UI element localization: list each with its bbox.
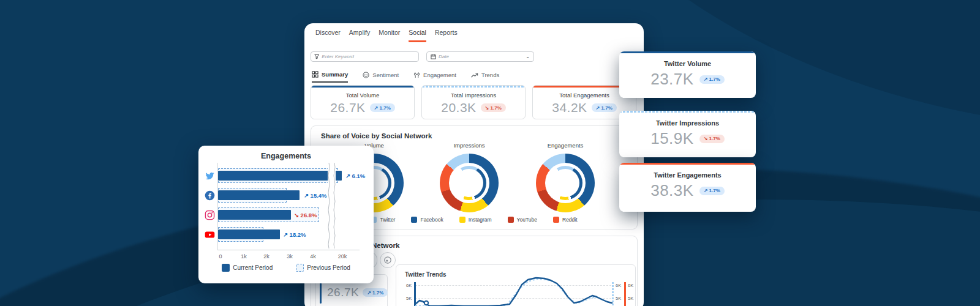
keyword-search-field[interactable] [311,51,419,62]
trend-up-icon: ↗ [374,105,379,111]
change-badge: ↗ 1.7% [363,288,388,297]
legend-current-period[interactable]: Current Period [222,264,273,272]
youtube-icon [205,230,215,240]
trends-line-chart [396,265,636,306]
card-accent-bar [619,111,756,113]
legend-instagram[interactable]: Instagram [459,217,492,223]
current-period-bar [218,230,280,239]
total-impressions-card: Total Impressions 20.3K ↘ 1.7% [421,85,526,119]
keyword-input[interactable] [322,54,415,59]
grid-icon [312,71,318,78]
metric-title: Twitter Volume [619,60,756,67]
legend-youtube[interactable]: YouTube [508,217,537,223]
date-label: Date [439,54,523,59]
change-label: ↗ 15.4% [304,192,327,199]
calendar-icon [431,54,436,59]
chevron-down-icon: ⌄ [526,54,530,59]
metric-title: Total Impressions [422,92,525,99]
legend-swatch [222,264,230,272]
metric-value: 23.7K [650,70,693,89]
legend-previous-period[interactable]: Previous Period [296,264,350,272]
x-axis-tick: 20k [335,253,350,259]
metric-value: 34.2K [552,100,587,115]
tab-sentiment-label: Sentiment [372,72,399,78]
nav-tab-amplify[interactable]: Amplify [349,29,370,42]
tab-trends[interactable]: Trends [471,71,499,83]
trend-up-icon: ↗ [283,231,288,238]
legend-swatch [553,217,559,223]
engagement-icon [413,72,420,78]
trend-up-icon: ↗ [596,105,600,111]
tab-sentiment[interactable]: Sentiment [363,71,399,83]
change-value: 15.4% [311,192,327,199]
change-badge: ↗ 1.7% [699,187,725,195]
metric-title: Twitter Engagements [619,171,756,179]
impressions-donut-group: Impressions [429,142,509,212]
change-label: ↗ 6.1% [345,173,365,179]
metric-title: Twitter Impressions [619,119,756,127]
tab-summary[interactable]: Summary [312,71,348,83]
x-axis-tick: 3k [282,253,297,259]
tab-engagement-label: Engagement [423,72,456,78]
change-label: ↗ 18.2% [283,231,306,238]
legend-label: Reddit [562,217,578,223]
metric-value: 38.3K [650,181,693,200]
nav-tab-social[interactable]: Social [409,29,426,42]
card-accent-bar [619,163,756,165]
panel-title: Share of Voice by Social Network [321,132,432,140]
change-value: 1.7% [380,105,391,111]
card-accent-bar [311,86,414,88]
tab-summary-label: Summary [322,71,348,78]
card-accent-bar [619,51,756,53]
trend-up-icon: ↗ [704,76,708,82]
card-accent-bar [320,283,322,304]
legend-twitter[interactable]: Twitter [371,217,395,223]
axis-break [328,163,336,250]
date-dropdown[interactable]: Date ⌄ [426,51,534,62]
impressions-donut-chart [440,154,499,212]
chart-action-button[interactable] [380,252,396,268]
total-volume-card: Total Volume 26.7K ↗ 1.7% [311,85,415,119]
metric-value: 26.7K [330,100,365,115]
filter-icon [314,54,319,59]
legend-swatch [411,217,417,223]
change-value: 26.8% [301,212,317,218]
current-period-bar [218,210,291,220]
change-badge: ↘ 1.7% [699,135,725,143]
x-axis-tick: 1k [236,253,251,259]
smiley-icon [363,72,369,78]
nav-tab-monitor[interactable]: Monitor [379,29,400,42]
change-badge: ↗ 1.7% [592,103,617,112]
period-legend: Current Period Previous Period [198,264,374,272]
donut-title: Impressions [429,142,509,149]
legend-label: Current Period [233,264,273,271]
trend-down-icon: ↘ [485,105,489,111]
twitter-trends-card: Twitter Trends 6K 5K 6K 5K 6K 5K [396,264,636,306]
legend-swatch [296,264,304,272]
card-accent-bar [422,86,525,88]
legend-reddit[interactable]: Reddit [553,217,578,223]
legend-facebook[interactable]: Facebook [411,217,443,223]
engagements-chart-card: Engagements ↗ 6.1% ↗ 15.4% ↘ 26.8% ↗ 18.… [198,146,374,283]
nav-tab-discover[interactable]: Discover [315,29,341,42]
metric-value: 15.9K [650,129,693,148]
tab-engagement[interactable]: Engagement [413,71,456,83]
change-value: 1.7% [372,290,383,296]
twitter-impressions-card: Twitter Impressions 15.9K ↘ 1.7% [619,111,756,157]
summary-metric-cards: Total Volume 26.7K ↗ 1.7% Total Impressi… [311,85,638,119]
x-axis-line [217,250,360,250]
change-value: 18.2% [290,231,306,238]
trend-up-icon: ↗ [704,188,708,193]
legend-label: Previous Period [307,264,350,271]
nav-tab-reports[interactable]: Reports [435,29,458,42]
x-axis-tick: 2k [259,253,274,259]
panel-title-partial: Network [372,242,399,249]
lens-icon [383,256,392,264]
top-nav: Discover Amplify Monitor Social Reports [315,29,458,42]
instagram-icon [205,210,215,220]
twitter-engagements-card: Twitter Engagements 38.3K ↗ 1.7% [619,163,756,212]
current-period-bar [218,171,342,181]
facebook-icon [205,190,215,201]
engagements-donut-chart [536,154,595,212]
tab-trends-label: Trends [481,72,499,78]
